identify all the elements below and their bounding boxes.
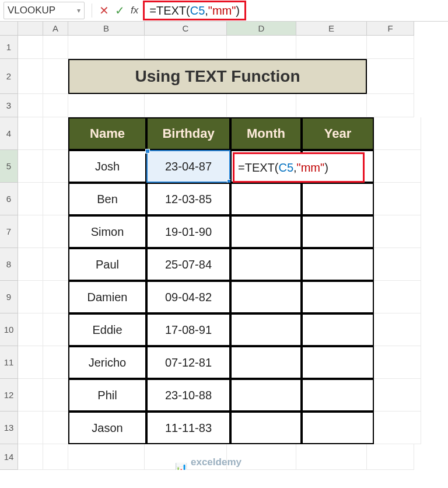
- cell[interactable]: [18, 215, 43, 248]
- cell-F11[interactable]: [374, 346, 421, 379]
- select-all[interactable]: [0, 22, 18, 36]
- cell-F6[interactable]: [374, 183, 421, 215]
- title-cell[interactable]: Using TEXT Function: [68, 59, 367, 94]
- row-header-14[interactable]: 14: [0, 444, 18, 470]
- row-header-3[interactable]: 3: [0, 94, 18, 117]
- cell-editor[interactable]: =TEXT(C5,"mm"): [233, 152, 365, 183]
- cell-B6[interactable]: Ben: [68, 183, 146, 215]
- row-header-8[interactable]: 8: [0, 248, 18, 281]
- cell-D13[interactable]: [230, 412, 302, 444]
- header-month[interactable]: Month: [230, 117, 302, 150]
- fx-icon[interactable]: fx: [131, 5, 138, 16]
- cell-D9[interactable]: [230, 281, 302, 313]
- cell-A3[interactable]: [43, 94, 68, 117]
- name-box[interactable]: VLOOKUP ▾: [4, 2, 85, 19]
- cell-D6[interactable]: [230, 183, 302, 215]
- cell-C7[interactable]: 19-01-90: [146, 215, 230, 248]
- cell-F14[interactable]: [367, 444, 414, 470]
- cell-A8[interactable]: [43, 248, 68, 281]
- row-header-12[interactable]: 12: [0, 379, 18, 412]
- row-header-11[interactable]: 11: [0, 346, 18, 379]
- cell-E8[interactable]: [302, 248, 374, 281]
- cell[interactable]: [18, 313, 43, 346]
- cancel-icon[interactable]: ✕: [99, 4, 109, 18]
- cell-A10[interactable]: [43, 313, 68, 346]
- cell-C13[interactable]: 11-11-83: [146, 412, 230, 444]
- cell-A1[interactable]: [43, 36, 68, 59]
- cell[interactable]: [18, 59, 43, 94]
- cell[interactable]: [18, 248, 43, 281]
- col-header-C[interactable]: C: [145, 22, 227, 36]
- cell-D10[interactable]: [230, 313, 302, 346]
- cell-C3[interactable]: [145, 94, 227, 117]
- cell-D11[interactable]: [230, 346, 302, 379]
- cell[interactable]: [18, 117, 43, 150]
- cell[interactable]: [18, 281, 43, 313]
- col-header-blank[interactable]: [18, 22, 43, 36]
- spreadsheet-grid[interactable]: A B C D E F 1 2 Using TEXT Function 3 4: [0, 22, 448, 470]
- cell-D1[interactable]: [227, 36, 296, 59]
- cell-B14[interactable]: [68, 444, 145, 470]
- cell[interactable]: [18, 346, 43, 379]
- row-header-2[interactable]: 2: [0, 59, 18, 94]
- cell-F8[interactable]: [374, 248, 421, 281]
- cell-F7[interactable]: [374, 215, 421, 248]
- cell-B5[interactable]: Josh: [68, 150, 146, 183]
- header-year[interactable]: Year: [302, 117, 374, 150]
- cell-F10[interactable]: [374, 313, 421, 346]
- cell-D5[interactable]: =TEXT(C5,"mm"): [230, 150, 302, 183]
- cell[interactable]: [18, 444, 43, 470]
- cell-F2[interactable]: [367, 59, 414, 94]
- cell-D12[interactable]: [230, 379, 302, 412]
- row-header-13[interactable]: 13: [0, 412, 18, 444]
- cell-A14[interactable]: [43, 444, 68, 470]
- cell[interactable]: [18, 412, 43, 444]
- cell-A9[interactable]: [43, 281, 68, 313]
- cell-E6[interactable]: [302, 183, 374, 215]
- cell-C10[interactable]: 17-08-91: [146, 313, 230, 346]
- cell-F4[interactable]: [374, 117, 421, 150]
- col-header-D[interactable]: D: [227, 22, 296, 36]
- cell-C1[interactable]: [145, 36, 227, 59]
- cell-F5[interactable]: [374, 150, 421, 183]
- cell[interactable]: [18, 150, 43, 183]
- cell-E12[interactable]: [302, 379, 374, 412]
- row-header-5[interactable]: 5: [0, 150, 18, 183]
- cell-E3[interactable]: [296, 94, 367, 117]
- cell-E13[interactable]: [302, 412, 374, 444]
- cell[interactable]: [18, 94, 43, 117]
- cell-B8[interactable]: Paul: [68, 248, 146, 281]
- cell-F1[interactable]: [367, 36, 414, 59]
- row-header-9[interactable]: 9: [0, 281, 18, 313]
- cell-F3[interactable]: [367, 94, 414, 117]
- cell-D8[interactable]: [230, 248, 302, 281]
- cell-B12[interactable]: Phil: [68, 379, 146, 412]
- col-header-F[interactable]: F: [367, 22, 414, 36]
- cell[interactable]: [18, 36, 43, 59]
- col-header-B[interactable]: B: [68, 22, 145, 36]
- cell-C11[interactable]: 07-12-81: [146, 346, 230, 379]
- header-birthday[interactable]: Birthday: [146, 117, 230, 150]
- cell-B10[interactable]: Eddie: [68, 313, 146, 346]
- cell-B1[interactable]: [68, 36, 145, 59]
- cell-B3[interactable]: [68, 94, 145, 117]
- header-name[interactable]: Name: [68, 117, 146, 150]
- row-header-1[interactable]: 1: [0, 36, 18, 59]
- cell-A13[interactable]: [43, 412, 68, 444]
- cell[interactable]: [18, 183, 43, 215]
- formula-input[interactable]: =TEXT(C5,"mm"): [143, 1, 246, 20]
- cell-C5[interactable]: 23-04-87: [146, 150, 230, 183]
- cell-F9[interactable]: [374, 281, 421, 313]
- cell-A2[interactable]: [43, 59, 68, 94]
- cell-A7[interactable]: [43, 215, 68, 248]
- cell-B7[interactable]: Simon: [68, 215, 146, 248]
- cell-A4[interactable]: [43, 117, 68, 150]
- cell-A12[interactable]: [43, 379, 68, 412]
- col-header-E[interactable]: E: [296, 22, 367, 36]
- cell-A5[interactable]: [43, 150, 68, 183]
- cell-A11[interactable]: [43, 346, 68, 379]
- cell-B13[interactable]: Jason: [68, 412, 146, 444]
- chevron-down-icon[interactable]: ▾: [77, 6, 80, 15]
- cell-C6[interactable]: 12-03-85: [146, 183, 230, 215]
- row-header-7[interactable]: 7: [0, 215, 18, 248]
